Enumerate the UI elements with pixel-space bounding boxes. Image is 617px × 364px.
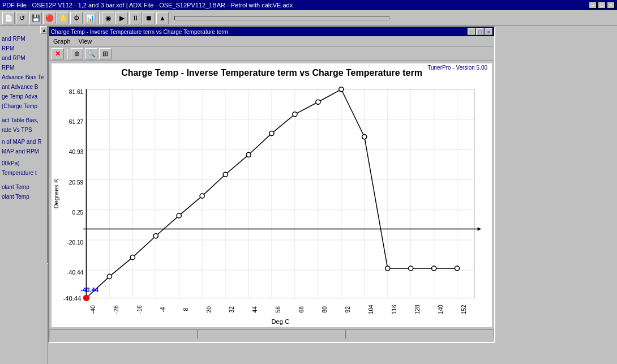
sidebar-item-11[interactable]: act Table Bias, <box>0 115 48 125</box>
svg-text:-4: -4 <box>160 307 166 312</box>
sidebar-item-17[interactable]: 00kPa) <box>0 159 48 168</box>
sidebar-item-21[interactable]: olant Temp <box>0 182 48 192</box>
svg-point-64 <box>316 100 320 104</box>
main-area: ▲ and RPM RPM and RPM RPM Advance Bias T… <box>0 26 617 364</box>
svg-text:80: 80 <box>322 306 328 313</box>
svg-text:-20.10: -20.10 <box>67 239 83 246</box>
graph-window: Charge Temp - Inverse Temperature term v… <box>48 26 495 343</box>
graph-maximize-btn[interactable]: □ <box>476 28 484 35</box>
sidebar-item-14[interactable]: n of MAP and R <box>0 137 48 147</box>
svg-text:40.93: 40.93 <box>69 149 84 155</box>
svg-text:128: 128 <box>414 305 421 314</box>
sidebar-item-12[interactable]: rate Vs TPS <box>0 125 48 135</box>
svg-point-55 <box>107 274 112 279</box>
svg-point-67 <box>385 266 390 271</box>
main-maximize-btn[interactable]: □ <box>598 2 606 8</box>
toolbar-slider[interactable] <box>174 16 389 20</box>
sidebar-item-15[interactable]: MAP and RPM <box>0 147 48 156</box>
graph-content: TunerPro - Version 5.00 Charge Temp - In… <box>52 63 492 327</box>
svg-point-59 <box>200 194 204 198</box>
main-minimize-btn[interactable]: ─ <box>589 2 597 8</box>
svg-point-60 <box>223 172 228 177</box>
graph-minimize-btn[interactable]: ─ <box>468 28 475 35</box>
svg-point-57 <box>153 234 158 238</box>
graph-delete-btn[interactable]: ✕ <box>52 48 64 59</box>
toolbar-btn-12[interactable]: ▲ <box>156 12 169 24</box>
tuner-version: TunerPro - Version 5.00 <box>427 65 487 71</box>
svg-text:20: 20 <box>206 306 212 313</box>
open-btn[interactable]: ↺ <box>16 12 28 24</box>
status-pane-3 <box>346 330 494 339</box>
new-btn[interactable]: 📄 <box>2 12 15 24</box>
toolbar-btn-7[interactable]: 📊 <box>84 12 96 24</box>
sidebar-item-1[interactable]: and RPM <box>0 34 48 44</box>
svg-text:104: 104 <box>368 305 374 314</box>
toolbar-btn-8[interactable]: ◉ <box>102 12 114 24</box>
menu-graph[interactable]: Graph <box>52 38 72 45</box>
svg-text:116: 116 <box>391 305 397 314</box>
graph-statusbar <box>49 329 494 339</box>
svg-text:92: 92 <box>345 306 351 313</box>
svg-text:68: 68 <box>298 306 305 313</box>
svg-point-69 <box>432 266 436 271</box>
svg-text:-28: -28 <box>113 305 119 314</box>
main-close-btn[interactable]: × <box>607 2 615 8</box>
svg-point-70 <box>455 266 459 271</box>
svg-text:0.25: 0.25 <box>72 209 83 216</box>
sidebar-item-18[interactable]: Temperature t <box>0 168 48 178</box>
svg-text:8: 8 <box>183 308 189 311</box>
svg-text:61.27: 61.27 <box>69 119 84 125</box>
sidebar-item-4[interactable]: RPM <box>0 63 48 72</box>
sidebar: ▲ and RPM RPM and RPM RPM Advance Bias T… <box>0 26 48 364</box>
svg-text:-40: -40 <box>90 305 96 314</box>
toolbar-btn-5[interactable]: ⭐ <box>57 12 69 24</box>
svg-point-68 <box>409 266 413 271</box>
sidebar-item-3[interactable]: and RPM <box>0 53 48 63</box>
graph-zoom-btn[interactable]: 🔍 <box>85 48 97 59</box>
toolbar-sep-2 <box>171 12 172 24</box>
chart-svg: 81.61 61.27 40.93 20.59 0.25 -20.10 -40.… <box>52 83 492 327</box>
svg-point-61 <box>246 152 251 157</box>
toolbar-btn-4[interactable]: 🔴 <box>43 12 55 24</box>
svg-text:Degrees K: Degrees K <box>53 178 59 209</box>
svg-text:56: 56 <box>275 306 281 313</box>
toolbar-btn-11[interactable]: ⏹ <box>143 12 155 24</box>
svg-text:-40.44: -40.44 <box>63 295 81 302</box>
svg-text:-40.44: -40.44 <box>67 269 83 276</box>
svg-text:32: 32 <box>229 306 235 313</box>
graph-window-controls: ─ □ × <box>468 28 492 35</box>
svg-text:-40.44: -40.44 <box>80 286 99 293</box>
sidebar-item-6[interactable]: ant Advance B <box>0 82 48 92</box>
graph-toolbar: ✕ ⊕ 🔍 ⊞ <box>49 46 494 61</box>
svg-text:44: 44 <box>252 306 258 313</box>
menu-view[interactable]: View <box>77 38 94 45</box>
svg-text:20.59: 20.59 <box>69 179 84 186</box>
graph-crosshair-btn[interactable]: ⊕ <box>71 48 83 59</box>
main-toolbar: 📄 ↺ 💾 🔴 ⭐ ⚙ 📊 ◉ ▶ ⏸ ⏹ ▲ <box>0 10 617 26</box>
main-title-bar: PDF File - OSE12P V112 - 1,2 and 3 bar.x… <box>0 0 617 10</box>
svg-text:152: 152 <box>461 305 467 314</box>
sidebar-item-7[interactable]: ge Temp Adva <box>0 92 48 101</box>
toolbar-btn-10[interactable]: ⏸ <box>129 12 142 24</box>
graph-extra-btn[interactable]: ⊞ <box>99 48 112 59</box>
sidebar-item-22[interactable]: olant Temp <box>0 192 48 202</box>
sidebar-item-2[interactable]: RPM <box>0 44 48 53</box>
sidebar-item-8[interactable]: (Charge Temp <box>0 101 48 111</box>
status-pane-2 <box>198 330 346 339</box>
svg-point-66 <box>362 135 367 139</box>
svg-point-71 <box>83 295 89 301</box>
status-pane-1 <box>49 330 198 339</box>
svg-rect-0 <box>86 89 474 298</box>
graph-close-btn[interactable]: × <box>485 28 492 35</box>
toolbar-sep-1 <box>98 12 100 24</box>
svg-text:-16: -16 <box>136 305 143 314</box>
graph-toolbar-sep <box>67 49 68 59</box>
svg-point-65 <box>339 87 344 92</box>
svg-text:140: 140 <box>438 305 444 314</box>
svg-text:81.61: 81.61 <box>69 89 84 95</box>
graph-title-text: Charge Temp - Inverse Temperature term v… <box>51 29 228 35</box>
toolbar-btn-9[interactable]: ▶ <box>115 12 128 24</box>
save-btn[interactable]: 💾 <box>29 12 42 24</box>
sidebar-item-5[interactable]: Advance Bias Te <box>0 72 48 82</box>
toolbar-btn-6[interactable]: ⚙ <box>70 12 83 24</box>
